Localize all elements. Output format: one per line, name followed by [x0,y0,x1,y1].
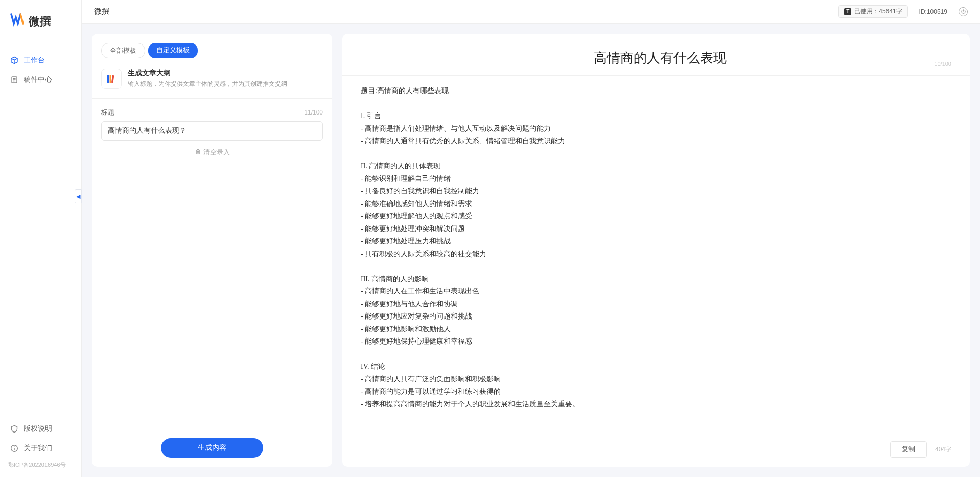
text-badge-icon: T [844,8,851,15]
form-section: 标题 11/100 [92,99,332,141]
template-title: 生成文章大纲 [128,69,323,78]
form-label-row: 标题 11/100 [101,108,323,117]
brand-name: 微撰 [29,14,51,29]
copy-button[interactable]: 复制 [890,441,927,458]
template-card: 生成文章大纲 输入标题，为你提供文章主体的灵感，并为其创建推文提纲 [92,66,332,99]
nav-label: 稿件中心 [24,75,52,84]
output-title: 高情商的人有什么表现 [386,49,934,67]
generate-bar: 生成内容 [92,438,332,458]
copyright-link[interactable]: 版权说明 [0,419,81,439]
tab-all-templates[interactable]: 全部模板 [101,43,145,58]
char-count: 11/100 [304,109,323,116]
template-desc: 输入标题，为你提供文章主体的灵感，并为其创建推文提纲 [128,80,323,88]
sidebar: 微撰 工作台 稿件中心 版权说明 [0,0,82,477]
document-icon [10,76,18,84]
title-label: 标题 [101,108,114,117]
logo-w-icon [10,12,25,30]
clear-label: 清空录入 [203,148,230,157]
main-area: 微撰 T 已使用：45641字 ID:100519 全部模板 自定义模板 [82,0,980,477]
nav-workspace[interactable]: 工作台 [0,51,81,70]
icp-text: 鄂ICP备2022016946号 [0,458,81,472]
footer-link-label: 关于我们 [24,444,52,453]
collapse-sidebar-button[interactable]: ◀ [75,189,82,203]
output-panel: 高情商的人有什么表现 10/100 题目:高情商的人有哪些表现 I. 引言 - … [342,34,970,467]
title-input[interactable] [101,121,323,141]
output-body: 题目:高情商的人有哪些表现 I. 引言 - 高情商是指人们处理情绪、与他人互动以… [342,76,970,435]
shield-icon [10,425,18,433]
main-nav: 工作台 稿件中心 [0,46,81,419]
cube-icon [10,56,18,64]
user-id: ID:100519 [919,8,947,15]
brand-logo: 微撰 [0,0,81,46]
usage-pill[interactable]: T 已使用：45641字 [838,5,907,18]
info-icon [10,444,18,452]
template-info: 生成文章大纲 输入标题，为你提供文章主体的灵感，并为其创建推文提纲 [128,69,323,89]
power-icon[interactable] [959,7,968,16]
content-row: 全部模板 自定义模板 生成文章大纲 输入标题，为你提供文章主体的灵感，并为其创建… [82,24,980,477]
output-footer: 复制 404字 [342,435,970,458]
template-tabs: 全部模板 自定义模板 [92,43,332,66]
input-panel: 全部模板 自定义模板 生成文章大纲 输入标题，为你提供文章主体的灵感，并为其创建… [92,34,332,467]
usage-text: 已使用：45641字 [854,7,902,16]
clear-input-button[interactable]: 清空录入 [92,141,332,164]
svg-rect-4 [111,75,114,83]
books-icon [101,69,122,89]
topbar: 微撰 T 已使用：45641字 ID:100519 [82,0,980,24]
trash-icon [195,148,201,156]
generate-button[interactable]: 生成内容 [161,438,263,458]
footer-link-label: 版权说明 [24,424,52,434]
output-header: 高情商的人有什么表现 10/100 [342,40,970,76]
nav-drafts[interactable]: 稿件中心 [0,70,81,89]
sidebar-footer: 版权说明 关于我们 鄂ICP备2022016946号 [0,419,81,477]
word-count: 404字 [935,445,951,454]
nav-label: 工作台 [24,56,45,65]
about-link[interactable]: 关于我们 [0,439,81,458]
page-title: 微撰 [94,7,109,16]
tab-custom-templates[interactable]: 自定义模板 [148,43,198,58]
svg-rect-2 [107,75,109,83]
output-header-count: 10/100 [934,61,951,67]
chevron-left-icon: ◀ [76,193,80,200]
topbar-right: T 已使用：45641字 ID:100519 [838,5,968,18]
svg-rect-3 [110,75,112,83]
